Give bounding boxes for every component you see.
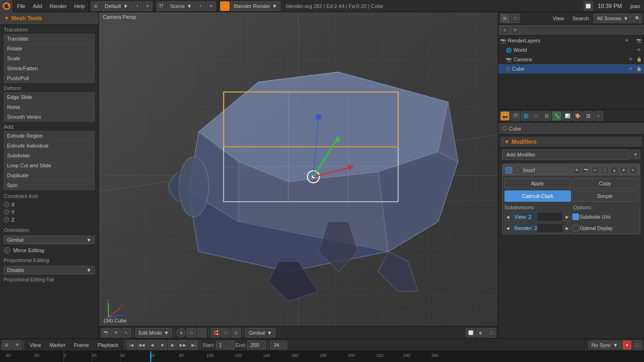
menu-file[interactable]: File (13, 0, 29, 12)
modifier-down[interactable]: ▼ (620, 166, 627, 174)
snap-icon[interactable]: 🧲 (211, 328, 220, 337)
play-reverse-icon[interactable]: ◀ (147, 340, 157, 350)
timeline-icon[interactable]: ⊞ (2, 340, 11, 350)
modifier-close[interactable]: ✕ (629, 166, 637, 174)
axis-z-row[interactable]: Z (4, 216, 95, 223)
mirror-icon[interactable]: ⬡ (221, 328, 231, 337)
apply-btn[interactable]: Apply (504, 178, 570, 189)
mirror-editing-row[interactable]: Mirror Editing (0, 245, 99, 255)
catmull-clark-btn[interactable]: Catmull-Clark (504, 190, 571, 202)
noise-btn[interactable]: Noise (4, 102, 95, 112)
outliner-search-icon[interactable]: 🔍 (633, 14, 642, 23)
scene-add-icon[interactable]: + (196, 1, 206, 11)
optimal-display-checkbox[interactable] (572, 225, 579, 231)
select-icon[interactable]: ↖ (122, 328, 131, 337)
prop-object-icon[interactable]: ⬡ (531, 111, 541, 121)
menu-add[interactable]: Add (29, 0, 46, 12)
menu-help[interactable]: Help (70, 0, 89, 12)
edge-select-icon[interactable]: ⬡ (187, 328, 196, 337)
user-name[interactable]: joao (627, 0, 644, 12)
cube-lock[interactable]: 🔒 (636, 66, 642, 72)
prop-texture-icon[interactable]: 🖼 (583, 111, 593, 121)
scene-dropdown[interactable]: Scene ▼ (167, 1, 195, 11)
end-value[interactable]: 250 (247, 341, 266, 349)
outliner-item-camera[interactable]: 📷 Camera 👁 🔒 (498, 55, 644, 64)
prop-scene-icon[interactable]: 🎬 (511, 111, 520, 121)
layout-close-icon[interactable]: ✕ (143, 1, 152, 11)
outliner-item-world[interactable]: 🌐 World 👁 (498, 45, 644, 55)
render-increment[interactable]: ▶ (564, 223, 570, 233)
play-prev-icon[interactable]: ◀◀ (137, 340, 146, 350)
view-increment[interactable]: ▶ (564, 212, 570, 222)
search-btn[interactable]: Search (569, 12, 593, 25)
view-menu-tl[interactable]: View (26, 339, 45, 351)
camera-lock[interactable]: 🔒 (636, 56, 642, 63)
axis-x-radio[interactable] (4, 202, 9, 207)
prop-data-icon[interactable]: 📊 (562, 111, 572, 121)
menu-render[interactable]: Render (46, 0, 70, 12)
spin-btn[interactable]: Spin (4, 181, 95, 190)
record-btn[interactable]: ● (622, 340, 632, 350)
extrude-region-btn[interactable]: Extrude Region (4, 131, 95, 140)
cube-eye[interactable]: 👁 (627, 66, 634, 72)
copy-btn[interactable]: Copy (572, 178, 638, 189)
marker-menu[interactable]: Marker (46, 339, 69, 351)
modifier-eye[interactable]: 👁 (573, 166, 580, 174)
outliner-filter-icon[interactable]: ≡ (500, 25, 510, 35)
axis-y-radio[interactable] (4, 209, 9, 215)
play-end-icon[interactable]: ▶| (189, 340, 198, 350)
stop-icon[interactable]: ■ (157, 340, 167, 350)
axis-x-row[interactable]: X (4, 201, 95, 208)
play-forward-icon[interactable]: ▶ (168, 340, 177, 350)
prop-render-icon[interactable]: 📷 (500, 111, 510, 121)
layout-grid-icon[interactable]: ⊞ (91, 1, 100, 11)
fullscreen-icon[interactable]: ⬜ (584, 1, 593, 11)
add-modifier-btn[interactable]: Add Modifier (502, 149, 630, 160)
renderlayers-eye[interactable]: 👁 (623, 37, 630, 44)
face-select-icon[interactable]: ⬛ (197, 328, 206, 337)
prop-modifier-icon[interactable]: 🔧 (552, 111, 561, 121)
modifier-type-icon[interactable]: ⬡ (514, 166, 521, 174)
translate-btn[interactable]: Translate (4, 34, 95, 43)
smooth-vertex-btn[interactable]: Smooth Vertex (4, 112, 95, 122)
prop-constraint-icon[interactable]: ⛓ (542, 111, 551, 121)
edit-mode-dropdown[interactable]: Edit Mode ▼ (135, 328, 172, 337)
shading-icon[interactable]: ◐ (476, 328, 486, 337)
shrink-fatten-btn[interactable]: Shrink/Fatten (4, 64, 95, 73)
current-frame[interactable]: 34 (270, 341, 287, 349)
play-start-icon[interactable]: |◀ (126, 340, 136, 350)
proportional-editing-dropdown[interactable]: Disable ▼ (4, 266, 95, 274)
play-next-icon[interactable]: ▶▶ (178, 340, 188, 350)
right-toolbar-icon1[interactable]: ⊞ (500, 14, 510, 23)
render-icon[interactable]: 🔆 (220, 1, 230, 11)
prop-material-icon[interactable]: 🎨 (573, 111, 582, 121)
sync-dropdown[interactable]: No Sync ▼ (588, 341, 621, 349)
camera-eye[interactable]: 👁 (627, 56, 634, 63)
outliner-item-cube[interactable]: ⬡ Cube 👁 🔒 (498, 64, 644, 74)
timeline-view-icon[interactable]: 👁 (12, 340, 22, 350)
outliner-item-renderlayers[interactable]: 📷 RenderLayers 👁 📷 (498, 36, 644, 45)
modifier-render[interactable]: 📷 (582, 166, 590, 174)
outliner-sync-icon[interactable]: ⟳ (511, 25, 520, 35)
loop-cut-btn[interactable]: Loop Cut and Slide (4, 161, 95, 170)
viewport-view-icon[interactable]: 👁 (111, 328, 121, 337)
duplicate-btn[interactable]: Duplicate (4, 171, 95, 180)
scene-icon[interactable]: 🎬 (157, 1, 166, 11)
renderlayers-render[interactable]: 📷 (636, 37, 642, 44)
scale-btn[interactable]: Scale (4, 54, 95, 63)
render-dropdown[interactable]: Blender Render ▼ (231, 1, 281, 11)
render-icon[interactable]: ⬡ (487, 328, 496, 337)
viewport-3d[interactable]: Camera Persp (34) Cube X Z Y (99, 12, 498, 338)
axis-y-row[interactable]: Y (4, 208, 95, 216)
prop-world-icon[interactable]: 🌐 (521, 111, 530, 121)
layout-dropdown[interactable]: Default ▼ (101, 1, 132, 11)
extrude-individual-btn[interactable]: Extrude Individual (4, 141, 95, 150)
modifier-edit[interactable]: ✏ (592, 166, 599, 174)
blender-logo[interactable] (0, 0, 13, 12)
rotate-btn[interactable]: Rotate (4, 44, 95, 53)
view-value[interactable]: View: 2 (512, 212, 563, 222)
prop-physics-icon[interactable]: ⚛ (594, 111, 603, 121)
proportional-icon[interactable]: ◎ (231, 328, 241, 337)
viewport-camera-icon[interactable]: 📷 (101, 328, 110, 337)
vertex-select-icon[interactable]: ● (176, 328, 186, 337)
